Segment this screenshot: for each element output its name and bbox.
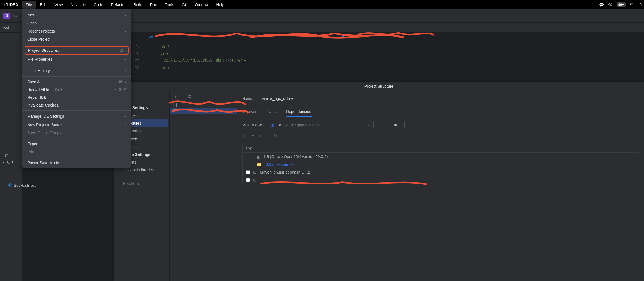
edit-icon[interactable]: ✎ [274, 133, 277, 139]
separator [22, 65, 131, 65]
menu-print: Print... [22, 148, 131, 156]
folder-icon: 📁 [257, 162, 261, 167]
menu-reload[interactable]: Reload All from Disk⌥ ⌘ Y [22, 86, 131, 93]
sdk-label: Module SDK: [242, 123, 264, 127]
module-icon [173, 109, 177, 113]
wechat-icon[interactable]: 💬 [599, 3, 604, 7]
tree-node[interactable]: ⌄▢t [0, 159, 22, 165]
project-label[interactable]: ject [3, 25, 9, 29]
editor[interactable]: 75" },\n" + 76" {\n" + 77" \"出入口状态\": \"… [114, 43, 644, 72]
dep-row[interactable]: ⊞Maven: ch.hsr:geohash:1.4.2 [243, 168, 639, 176]
menu-local-history[interactable]: Local History› [22, 66, 131, 75]
sdk-version: 1.8 [276, 123, 281, 127]
menu-view[interactable]: View [50, 1, 67, 9]
menu-code[interactable]: Code [90, 1, 107, 9]
menu-build[interactable]: Build [130, 1, 146, 9]
add-icon[interactable]: ＋ [242, 133, 247, 139]
project-badge[interactable]: B [3, 13, 10, 19]
down-icon[interactable]: ↓ [267, 133, 269, 139]
project-name[interactable]: bar [13, 14, 19, 18]
editor-tab[interactable]: Ⓒ [149, 35, 153, 40]
menu-power-save[interactable]: Power Save Mode [22, 159, 131, 167]
tab-paths[interactable]: Paths [266, 107, 277, 117]
tab-dependencies[interactable]: Dependencies [286, 107, 312, 117]
menu-tools[interactable]: Tools [161, 1, 178, 9]
code-text: " {\n" + [145, 51, 169, 56]
chevron-right-icon: › [125, 122, 126, 127]
chevron-right-icon: › [125, 13, 126, 18]
tree-node[interactable]: ›▢ [0, 152, 22, 159]
module-icon [176, 103, 180, 107]
tree-node[interactable]: ⒸGeoHashTest [0, 182, 22, 189]
remove-icon[interactable]: − [182, 94, 184, 100]
dep-checkbox[interactable] [246, 170, 250, 174]
dialog-titlebar: Project Structure [114, 82, 644, 90]
menu-new[interactable]: New› [22, 11, 131, 19]
menu-file-properties[interactable]: File Properties› [22, 55, 131, 63]
folder-icon: ▢ [7, 160, 10, 164]
chevron-right-icon: › [125, 57, 126, 62]
tab-sources[interactable]: Sources [242, 107, 258, 117]
menu-save-template: Save File as Template... [22, 129, 131, 137]
shield-icon[interactable]: 🛡 [630, 3, 634, 7]
menu-git[interactable]: Git [178, 1, 191, 9]
edit-button[interactable]: Edit [385, 121, 405, 129]
project-structure-dialog: Project Structure ←→ Project Settings Pr… [114, 82, 644, 281]
add-icon[interactable]: ＋ [174, 94, 178, 100]
dep-row[interactable]: ▣1.8 (Oracle OpenJDK version 20.0.2) [243, 153, 639, 161]
menu-export[interactable]: Export› [22, 140, 131, 148]
notif-badge[interactable]: 99+ [617, 2, 626, 7]
chevron-down-icon: ⌄ [2, 160, 5, 164]
sdk-combo[interactable]: ▣ 1.8 Oracle OpenJDK version 20.0.2 ⌄ [268, 121, 374, 129]
menu-open[interactable]: Open... [22, 19, 131, 27]
menu-run[interactable]: Run [146, 1, 161, 9]
menu-edit[interactable]: Edit [36, 1, 50, 9]
menu-navigate[interactable]: Navigate [67, 1, 90, 9]
separator [22, 45, 131, 45]
remove-icon[interactable]: − [252, 133, 254, 139]
project-tree[interactable]: ›▢ ⌄▢t ⒸGeoHashTest [0, 33, 22, 281]
menu-refactor[interactable]: Refactor [107, 1, 130, 9]
module-item[interactable]: › [170, 102, 237, 108]
dep-checkbox[interactable] [246, 178, 250, 182]
menu-recent-projects[interactable]: Recent Projects› [22, 27, 131, 35]
dep-row[interactable]: ⊞ [243, 176, 639, 184]
dep-toolbar: ＋ − ↑ ↓ ✎ [242, 133, 639, 140]
table-header[interactable]: Exp... [243, 144, 639, 153]
menu-window[interactable]: Window [191, 1, 213, 9]
separator [22, 138, 131, 138]
menu-file[interactable]: File [22, 1, 36, 9]
menu-manage-ide-settings[interactable]: Manage IDE Settings› [22, 112, 131, 120]
dep-row[interactable]: 📁<Module source> [243, 161, 639, 168]
sdk-icon: ▣ [271, 123, 274, 127]
code-text: " \"出入口状态\": \"出入口状态：此门可骑行\"\n" + [145, 58, 246, 63]
name-label: Name: [242, 97, 253, 101]
menu-repair-ide[interactable]: Repair IDE [22, 93, 131, 101]
chevron-right-icon: › [2, 153, 3, 157]
chevron-down-icon: ⌄ [11, 25, 14, 29]
library-icon: ⊞ [253, 178, 257, 182]
class-icon: Ⓒ [149, 35, 153, 40]
menu-help[interactable]: Help [212, 1, 228, 9]
menu-project-structure[interactable]: Project Structure...⌘ ; [25, 46, 129, 55]
m-icon[interactable]: Ⓜ [608, 2, 612, 7]
menu-save-all[interactable]: Save All⌘ S [22, 78, 131, 86]
module-item[interactable] [170, 108, 237, 114]
dependencies-table: Exp... ▣1.8 (Oracle OpenJDK version 20.0… [242, 144, 639, 184]
class-icon: Ⓒ [253, 35, 257, 40]
dialog-title: Project Structure [364, 84, 393, 88]
chevron-right-icon: › [173, 103, 174, 107]
editor-tabs: Ⓒa Ⓒ Ⓒ Ⓒ [114, 33, 644, 43]
menu-close-project[interactable]: Close Project [22, 35, 131, 43]
editor-tab[interactable]: Ⓒ [340, 35, 344, 40]
editor-tab[interactable]: Ⓒ [253, 35, 257, 40]
menu-new-projects-setup[interactable]: New Projects Setup› [22, 120, 131, 129]
settings-icon[interactable]: ⬡ [638, 3, 642, 7]
file-menu-dropdown: New› Open... Recent Projects› Close Proj… [22, 9, 131, 168]
module-name-input[interactable] [257, 94, 452, 103]
up-icon[interactable]: ↑ [259, 133, 262, 139]
menu-invalidate-caches[interactable]: Invalidate Caches... [22, 101, 131, 109]
library-icon: ⊞ [253, 170, 257, 174]
sidebar-problems[interactable]: Problems [115, 179, 168, 187]
copy-icon[interactable]: ⧉ [188, 94, 191, 100]
